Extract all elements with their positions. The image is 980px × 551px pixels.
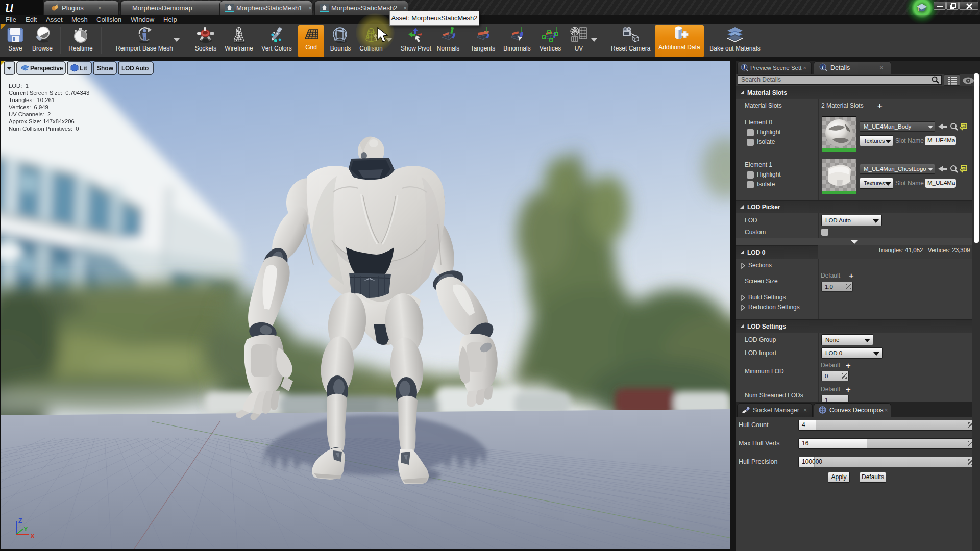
svg-text:Num Collision Primitives: 0: Num Collision Primitives: 0 bbox=[9, 126, 79, 132]
svg-text:X: X bbox=[30, 532, 35, 540]
svg-text:i: i bbox=[744, 65, 745, 70]
svg-text:Show: Show bbox=[97, 65, 114, 72]
svg-text:Triangles: 10,261: Triangles: 10,261 bbox=[9, 97, 55, 103]
svg-text:Lit: Lit bbox=[80, 65, 87, 72]
svg-text:UV Channels: 2: UV Channels: 2 bbox=[9, 111, 51, 117]
svg-text:LOD: 1: LOD: 1 bbox=[9, 83, 29, 89]
svg-text:Current Screen Size: 0.704343: Current Screen Size: 0.704343 bbox=[9, 90, 89, 96]
svg-text:Perspective: Perspective bbox=[30, 65, 63, 72]
svg-text:Vertices: 6,949: Vertices: 6,949 bbox=[9, 104, 48, 110]
svg-text:Z: Z bbox=[18, 517, 22, 524]
svg-text:Approx Size: 147x84x206: Approx Size: 147x84x206 bbox=[9, 118, 75, 124]
svg-text:LOD Auto: LOD Auto bbox=[121, 65, 149, 72]
svg-text:i: i bbox=[822, 64, 824, 70]
svg-text:Y: Y bbox=[23, 525, 28, 533]
